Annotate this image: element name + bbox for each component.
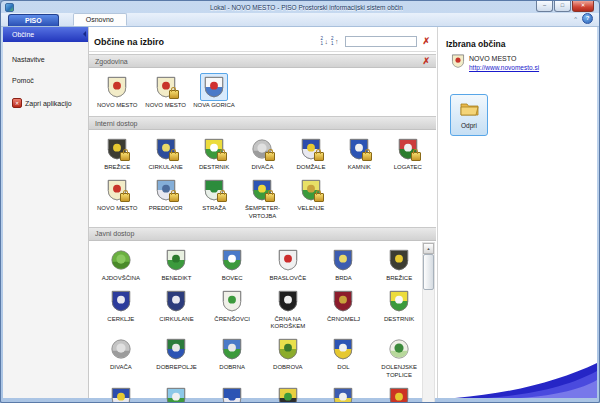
close-button[interactable]: ✕ <box>572 1 594 12</box>
municipality-icon-box <box>218 246 246 274</box>
coat-of-arms-icon <box>165 290 187 312</box>
lock-icon <box>314 152 324 161</box>
municipality-icon-box <box>297 135 325 163</box>
municipality-item-dobrova[interactable]: DOBROVA <box>260 333 316 380</box>
municipality-grid-javni-dostop: AJDOVŠČINA BENEDIKT BOVEC BRASLOVČE BRDA… <box>89 241 431 403</box>
municipality-item-rna-na-koro-kem[interactable]: ČRNA NA KOROŠKEM <box>260 285 316 332</box>
municipality-icon-box <box>162 287 190 315</box>
coat-of-arms-icon <box>332 387 354 403</box>
lock-icon <box>411 152 421 161</box>
municipality-icon-box <box>107 335 135 363</box>
municipality-item-kamnik[interactable]: KAMNIK <box>335 133 383 173</box>
sidebar-item-label: Občine <box>12 31 34 38</box>
municipality-item-brda[interactable]: BRDA <box>316 244 372 284</box>
municipality-item-dravograd[interactable]: DRAVOGRAD <box>204 382 260 403</box>
municipality-item-dolenjske-toplice[interactable]: DOLENJSKE TOPLICE <box>371 333 427 380</box>
coat-of-arms-icon <box>388 290 410 312</box>
municipality-item-benedikt[interactable]: BENEDIKT <box>149 244 205 284</box>
municipality-item-dom-ale[interactable]: DOMŽALE <box>93 382 149 403</box>
coat-of-arms-icon <box>388 249 410 271</box>
tab-piso[interactable]: PISO <box>8 14 59 26</box>
sidebar-item-ob-ine[interactable]: Občine <box>3 27 88 42</box>
municipality-item-velenje[interactable]: VELENJE <box>287 174 335 221</box>
municipality-item-preddvor[interactable]: PREDDVOR <box>141 174 189 221</box>
municipality-label: CIRKULANE <box>148 164 182 171</box>
clear-filter-icon[interactable]: ✗ <box>422 37 430 46</box>
maximize-button[interactable]: □ <box>554 1 571 12</box>
scrollbar-up-icon[interactable]: ▲ <box>423 243 434 254</box>
municipality-item-dom-ale[interactable]: DOMŽALE <box>287 133 335 173</box>
selected-municipality: NOVO MESTO http://www.novomesto.si <box>451 54 589 72</box>
municipality-item-nova-gorica[interactable]: NOVA GORICA <box>190 71 238 111</box>
coat-of-arms-icon <box>221 338 243 360</box>
sort-descending-icon[interactable]: 21 ↑ <box>331 37 339 46</box>
municipality-item-novo-mesto[interactable]: NOVO MESTO <box>93 71 141 111</box>
municipality-item-cerklje[interactable]: CERKLJE <box>93 285 149 332</box>
municipality-icon-box <box>385 384 413 403</box>
municipality-item-bre-ice[interactable]: BREŽICE <box>371 244 427 284</box>
municipality-item-dobrepolje[interactable]: DOBREPOLJE <box>149 333 205 380</box>
sidebar-item-label: Zapri aplikacijo <box>25 100 72 107</box>
section-label: Interni dostop <box>95 120 430 127</box>
coat-of-arms-icon <box>451 54 465 68</box>
municipality-label: ČRNA NA KOROŠKEM <box>265 316 311 330</box>
section-close-icon[interactable]: ✗ <box>422 57 430 66</box>
coat-of-arms-icon <box>388 387 410 403</box>
tab-osnovno[interactable]: Osnovno <box>73 13 127 26</box>
scrollbar-track[interactable]: ▲▼ <box>422 242 435 403</box>
municipality-item-destrnik[interactable]: DESTRNIK <box>371 285 427 332</box>
municipality-item-logatec[interactable]: LOGATEC <box>384 133 432 173</box>
sidebar-item-pomo[interactable]: Pomoč <box>3 73 88 88</box>
coat-of-arms-icon <box>332 338 354 360</box>
municipality-item-gornja-radgona[interactable]: GORNJA RADGONA <box>316 382 372 403</box>
municipality-item-dol[interactable]: DOL <box>316 333 372 380</box>
lock-icon <box>314 193 324 202</box>
sidebar-item-nastavitve[interactable]: Nastavitve <box>3 52 88 67</box>
lock-icon <box>265 193 275 202</box>
municipality-item-gornji-grad[interactable]: GORNJI GRAD <box>371 382 427 403</box>
content-header: Občine na izbiro 21 ↓ 21 ↑ ✗ <box>89 27 436 52</box>
municipality-item-bovec[interactable]: BOVEC <box>204 244 260 284</box>
municipality-icon-box <box>274 335 302 363</box>
municipality-item-destrnik[interactable]: DESTRNIK <box>190 133 238 173</box>
section-header-zgodovina: Zgodovina✗ <box>89 54 436 68</box>
municipality-item-dornava[interactable]: DORNAVA <box>149 382 205 403</box>
minimize-button[interactable]: – <box>536 1 553 12</box>
municipality-item-rnomelj[interactable]: ČRNOMELJ <box>316 285 372 332</box>
municipality-label: DOBROVA <box>273 364 303 371</box>
municipality-item-cirkulane[interactable]: CIRKULANE <box>149 285 205 332</box>
municipality-item-diva-a[interactable]: DIVAČA <box>93 333 149 380</box>
sort-ascending-icon[interactable]: 21 ↓ <box>320 37 328 46</box>
coat-of-arms-icon <box>332 249 354 271</box>
municipality-item-empeter-vrtojba[interactable]: ŠEMPETER-VRTOJBA <box>238 174 286 221</box>
municipality-item-novo-mesto[interactable]: NOVO MESTO <box>141 71 189 111</box>
municipality-browser: Občine na izbiro 21 ↓ 21 ↑ ✗ Zgodovina✗ … <box>89 27 436 398</box>
municipality-label: CIRKULANE <box>159 316 193 323</box>
municipality-item-bre-ice[interactable]: BREŽICE <box>93 133 141 173</box>
municipality-item-duplek[interactable]: DUPLEK <box>260 382 316 403</box>
municipality-item-novo-mesto[interactable]: NOVO MESTO <box>93 174 141 221</box>
scrollbar-thumb[interactable] <box>423 254 434 290</box>
sidebar-item-zapri-aplikacijo[interactable]: ✕Zapri aplikacijo <box>3 94 88 112</box>
municipality-item-diva-a[interactable]: DIVAČA <box>238 133 286 173</box>
open-button[interactable]: Odpri <box>450 94 488 136</box>
filter-input[interactable] <box>345 36 417 47</box>
selected-municipality-name: NOVO MESTO <box>469 55 539 62</box>
ribbon-collapse-icon[interactable]: ^ <box>574 16 577 22</box>
help-icon[interactable]: ? <box>582 13 593 24</box>
selected-municipality-panel: Izbrana občina NOVO MESTO http://www.nov… <box>437 27 597 398</box>
app-logo-icon <box>5 3 14 12</box>
app-window: Lokal - NOVO MESTO - PISO Prostorski inf… <box>0 0 600 403</box>
municipality-website-link[interactable]: http://www.novomesto.si <box>469 64 539 71</box>
municipality-item-ajdov-ina[interactable]: AJDOVŠČINA <box>93 244 149 284</box>
municipality-item-stra-a[interactable]: STRAŽA <box>190 174 238 221</box>
municipality-item-dobrna[interactable]: DOBRNA <box>204 333 260 380</box>
municipality-icon-box <box>162 384 190 403</box>
municipality-icon-box <box>200 73 228 101</box>
municipality-item-braslov-e[interactable]: BRASLOVČE <box>260 244 316 284</box>
municipality-item-cirkulane[interactable]: CIRKULANE <box>141 133 189 173</box>
section-label: Javni dostop <box>95 230 430 237</box>
window-title: Lokal - NOVO MESTO - PISO Prostorski inf… <box>14 4 599 11</box>
municipality-label: BREŽICE <box>386 275 412 282</box>
municipality-item-ren-ovci[interactable]: ČRENŠOVCI <box>204 285 260 332</box>
